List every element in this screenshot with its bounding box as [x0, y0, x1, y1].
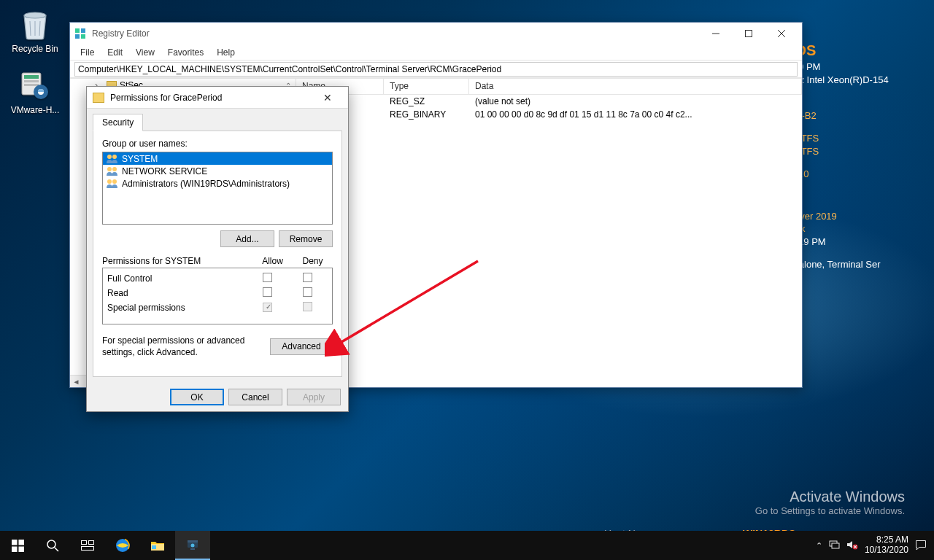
svg-rect-42 [190, 548, 195, 550]
explorer-button[interactable] [140, 531, 175, 560]
start-button[interactable] [0, 531, 35, 560]
activate-windows: Activate Windows Go to Settings to activ… [755, 489, 905, 516]
perm-row-read: Read [107, 286, 328, 300]
svg-point-21 [107, 167, 112, 171]
volume-mute-icon[interactable] [846, 540, 858, 551]
menu-help[interactable]: Help [211, 46, 241, 59]
group-item-system[interactable]: SYSTEM [103, 152, 332, 165]
svg-point-23 [107, 179, 112, 184]
list-header: Name Type Data [296, 79, 802, 95]
action-center-icon[interactable] [915, 540, 927, 552]
group-names-label: Group or user names: [102, 139, 333, 149]
svg-rect-4 [24, 84, 39, 86]
scroll-left-icon[interactable]: ◄ [70, 376, 82, 387]
server-manager-button[interactable] [175, 531, 210, 560]
remove-button[interactable]: Remove [279, 230, 333, 247]
svg-rect-3 [24, 80, 39, 82]
menu-edit[interactable]: Edit [101, 46, 128, 59]
svg-rect-32 [82, 541, 87, 545]
menu-view[interactable]: View [130, 46, 161, 59]
allow-full-control-checkbox[interactable] [263, 273, 272, 282]
regedit-app-icon [74, 28, 86, 39]
permissions-dialog: Permissions for GracePeriod ✕ Security G… [86, 86, 349, 412]
svg-point-30 [47, 540, 55, 548]
maximize-button[interactable] [732, 23, 765, 44]
network-icon[interactable] [829, 540, 840, 551]
svg-rect-10 [81, 34, 85, 39]
tab-security[interactable]: Security [93, 114, 143, 131]
vmware-label: VMware-H... [7, 105, 63, 115]
tray-chevron-up-icon[interactable]: ⌃ [816, 541, 822, 551]
regedit-titlebar[interactable]: Registry Editor [70, 23, 802, 44]
col-type[interactable]: Type [384, 79, 469, 94]
svg-point-0 [24, 12, 46, 18]
allow-label: Allow [252, 256, 293, 266]
svg-rect-44 [832, 543, 839, 548]
users-icon [106, 179, 119, 189]
group-item-administrators[interactable]: Administrators (WIN19RDS\Administrators) [103, 177, 332, 190]
svg-point-24 [112, 179, 117, 184]
deny-label: Deny [293, 256, 333, 266]
vmware-installer-icon[interactable]: VMware-H... [7, 67, 63, 115]
system-tray[interactable]: ⌃ 8:25 AM 10/13/2020 [808, 535, 934, 556]
taskbar: ⌃ 8:25 AM 10/13/2020 [0, 531, 934, 560]
minimize-button[interactable] [699, 23, 732, 44]
users-icon [106, 166, 119, 176]
svg-rect-34 [82, 547, 94, 551]
close-button[interactable] [765, 23, 798, 44]
allow-read-checkbox[interactable] [263, 287, 272, 297]
folder-icon [93, 93, 104, 103]
group-user-list[interactable]: SYSTEM NETWORK SERVICE Administrators (W… [102, 152, 333, 225]
cancel-button[interactable]: Cancel [228, 389, 282, 405]
apply-button: Apply [287, 389, 341, 405]
svg-rect-12 [745, 31, 752, 37]
svg-line-31 [55, 548, 58, 551]
list-item[interactable]: 011MEBO... REG_BINARY 01 00 00 00 d0 8c … [296, 108, 802, 121]
menu-favorites[interactable]: Favorites [162, 46, 209, 59]
col-data[interactable]: Data [469, 79, 802, 94]
svg-rect-38 [152, 545, 156, 549]
ok-button[interactable]: OK [170, 389, 224, 405]
group-item-network-service[interactable]: NETWORK SERVICE [103, 165, 332, 177]
address-input[interactable] [74, 62, 798, 77]
recycle-bin-icon[interactable]: Recycle Bin [7, 6, 63, 54]
svg-rect-8 [81, 28, 85, 33]
svg-point-22 [112, 167, 117, 171]
svg-point-19 [107, 155, 112, 159]
deny-read-checkbox[interactable] [303, 287, 312, 297]
add-button[interactable]: Add... [220, 230, 274, 247]
perm-row-full-control: Full Control [107, 271, 328, 286]
allow-special-checkbox [263, 303, 272, 312]
regedit-menubar: File Edit View Favorites Help [70, 44, 802, 60]
permissions-for-label: Permissions for SYSTEM [102, 256, 252, 266]
svg-rect-7 [75, 28, 80, 33]
taskbar-clock[interactable]: 8:25 AM 10/13/2020 [865, 535, 908, 556]
svg-rect-28 [12, 546, 18, 552]
deny-special-checkbox [303, 302, 312, 311]
desktop-icons: Recycle Bin VMware-H... [7, 6, 66, 128]
advanced-button[interactable]: Advanced [270, 338, 333, 355]
permissions-titlebar[interactable]: Permissions for GracePeriod ✕ [87, 87, 348, 109]
svg-rect-9 [75, 34, 80, 39]
deny-full-control-checkbox[interactable] [303, 273, 312, 282]
bginfo-overlay: RDS 2:10 PM GHz Intel Xeon(R)D-154 5.0 I… [785, 41, 931, 284]
perm-row-special: Special permissions [107, 300, 328, 315]
permissions-list: Full Control Read Special permissions [102, 268, 333, 324]
menu-file[interactable]: File [74, 46, 100, 59]
list-item[interactable]: ab REG_SZ (value not set) [296, 95, 802, 108]
regedit-addressbar [70, 60, 802, 78]
dialog-tabs: Security [87, 109, 348, 131]
search-button[interactable] [35, 531, 70, 560]
close-icon[interactable]: ✕ [313, 92, 342, 104]
task-view-button[interactable] [70, 531, 105, 560]
registry-values-list[interactable]: Name Type Data ab REG_SZ (value not set)… [296, 79, 802, 387]
svg-rect-27 [18, 540, 24, 545]
svg-rect-33 [89, 541, 94, 545]
svg-rect-29 [18, 546, 24, 552]
recycle-bin-label: Recycle Bin [7, 44, 63, 54]
svg-rect-2 [24, 75, 39, 79]
svg-rect-40 [188, 540, 198, 542]
ie-button[interactable] [105, 531, 140, 560]
svg-point-41 [191, 544, 195, 548]
svg-rect-26 [12, 540, 18, 545]
